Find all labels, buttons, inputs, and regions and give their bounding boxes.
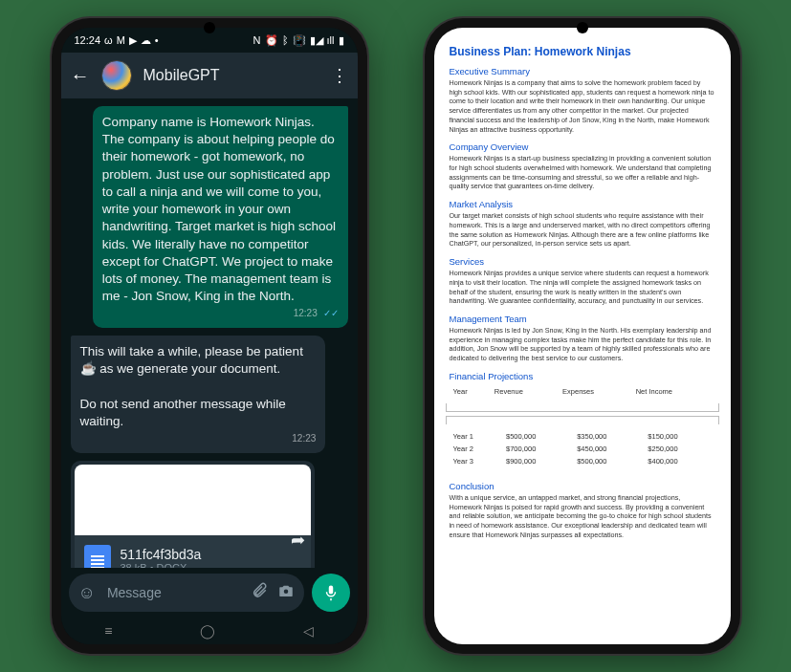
phone-right: Business Plan: Homework Ninjas Executive…: [425, 18, 740, 654]
section-heading: Management Team: [450, 314, 715, 324]
financial-table: Year Revenue Expenses Net Income: [450, 385, 715, 398]
document-preview: [75, 465, 311, 535]
section-body: Our target market consists of high schoo…: [450, 211, 715, 249]
alarm-icon: ⏰: [265, 34, 278, 47]
android-nav: ≡ ◯ ◁: [61, 618, 358, 644]
share-icon[interactable]: ➦: [291, 530, 305, 551]
bluetooth-icon: ᛒ: [282, 34, 289, 46]
table-row: Year 3 $900,000 $500,000 $400,000: [450, 455, 715, 467]
table-header: Net Income: [632, 385, 715, 398]
nav-back-icon[interactable]: ◁: [303, 623, 314, 639]
section-heading: Company Overview: [450, 141, 715, 152]
document-attachment[interactable]: ➦ 511fc4f3bd3a 38 kB • DOCX Your Mobile …: [71, 461, 315, 569]
table-row: Year 1 $500,000 $350,000 $150,000: [450, 430, 715, 443]
youtube-icon: ▶: [129, 34, 137, 47]
document-size: 38 kB • DOCX: [121, 562, 301, 569]
mic-button[interactable]: [312, 574, 350, 612]
m-icon: M: [117, 34, 125, 46]
chat-title[interactable]: MobileGPT: [143, 67, 319, 84]
input-placeholder: Message: [105, 585, 241, 600]
read-checks-icon: ✓✓: [323, 308, 339, 318]
message-text: Company name is Homework Ninjas. The com…: [102, 115, 336, 303]
table-row: Year 2 $700,000 $450,000 $250,000: [450, 443, 715, 455]
document-name: 511fc4f3bd3a: [121, 547, 301, 562]
omega-icon: ω: [104, 34, 113, 46]
wifi-icon: ıll: [327, 34, 335, 46]
table-header: Revenue: [491, 385, 559, 398]
table-header: Expenses: [559, 385, 632, 398]
svg-point-0: [283, 589, 288, 594]
chat-body[interactable]: Company name is Homework Ninjas. The com…: [61, 98, 358, 568]
section-heading: Conclusion: [450, 481, 715, 491]
section-body: Homework Ninjas is a start-up business s…: [450, 154, 715, 191]
document-title: Business Plan: Homework Ninjas: [450, 45, 715, 58]
table-header-row: Year Revenue Expenses Net Income: [450, 385, 715, 398]
section-heading: Market Analysis: [450, 199, 715, 209]
chat-header: ← MobileGPT ⋮: [61, 53, 358, 98]
camera-notch: [577, 22, 588, 33]
phone-left: 12:24 ω M ▶ ☁ • N ⏰ ᛒ 📳 ▮◢ ıll ▮ ← Mobil…: [52, 18, 367, 654]
signal-icon: ▮◢: [310, 34, 323, 47]
section-body: Homework Ninjas is led by Jon Snow, King…: [450, 326, 715, 363]
status-left: 12:24 ω M ▶ ☁ •: [75, 34, 159, 47]
battery-icon: ▮: [339, 34, 344, 47]
camera-icon[interactable]: [277, 582, 295, 604]
more-icon[interactable]: ⋮: [331, 65, 348, 86]
vibrate-icon: 📳: [293, 34, 306, 47]
section-heading: Financial Projections: [450, 371, 715, 381]
emoji-icon[interactable]: ☺: [78, 583, 96, 603]
ellipsis-icon: •: [155, 34, 159, 46]
message-time: 12:23: [80, 432, 317, 445]
cloud-icon: ☁: [141, 34, 151, 47]
section-heading: Services: [450, 256, 715, 267]
section-heading: Executive Summary: [450, 66, 715, 76]
message-outgoing[interactable]: Company name is Homework Ninjas. The com…: [93, 106, 348, 328]
document-screen[interactable]: Business Plan: Homework Ninjas Executive…: [434, 28, 731, 644]
attach-icon[interactable]: [251, 582, 268, 604]
nfc-icon: N: [253, 34, 261, 46]
page-break: [434, 403, 731, 424]
camera-notch: [204, 22, 215, 33]
nav-recent-icon[interactable]: ≡: [104, 623, 112, 639]
avatar[interactable]: [101, 60, 132, 91]
back-button[interactable]: ←: [71, 65, 90, 87]
message-text: This will take a while, please be patien…: [80, 344, 303, 428]
chat-input-bar: ☺ Message: [61, 568, 358, 618]
document-meta: 511fc4f3bd3a 38 kB • DOCX: [121, 547, 301, 569]
status-time: 12:24: [75, 34, 101, 46]
chat-screen: 12:24 ω M ▶ ☁ • N ⏰ ᛒ 📳 ▮◢ ıll ▮ ← Mobil…: [61, 28, 358, 644]
docx-icon: [84, 545, 111, 569]
section-body: Homework Ninjas provides a unique servic…: [450, 269, 715, 306]
section-body: Homework Ninjas is a company that aims t…: [450, 78, 715, 134]
message-input[interactable]: ☺ Message: [69, 574, 304, 612]
document-info[interactable]: 511fc4f3bd3a 38 kB • DOCX: [75, 535, 311, 569]
message-incoming[interactable]: This will take a while, please be patien…: [71, 336, 326, 453]
table-header: Year: [450, 385, 491, 398]
message-time: 12:23 ✓✓: [102, 307, 339, 320]
section-body: With a unique service, an untapped marke…: [450, 493, 715, 540]
status-right: N ⏰ ᛒ 📳 ▮◢ ıll ▮: [253, 34, 344, 47]
financial-table-body: Year 1 $500,000 $350,000 $150,000 Year 2…: [450, 430, 715, 467]
nav-home-icon[interactable]: ◯: [200, 623, 215, 639]
